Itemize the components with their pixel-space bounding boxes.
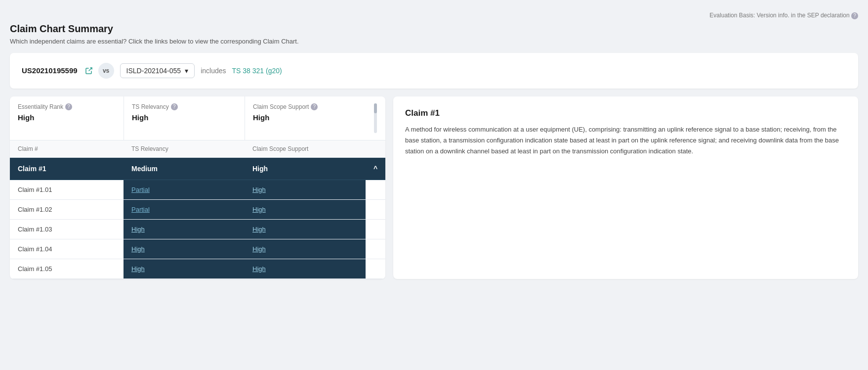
right-panel: Claim #1 A method for wireless communica… [393, 96, 858, 279]
scroll-thumb[interactable] [374, 103, 377, 113]
col1-header: Claim # [10, 140, 124, 157]
left-panel: Essentiality Rank ? High TS Relevancy ? … [10, 96, 385, 279]
ts-relevancy-link[interactable]: High [131, 265, 145, 273]
claim-scope-col: Claim Scope Support ? High [245, 96, 366, 140]
page-subtitle: Which independent claims are essential? … [10, 38, 858, 45]
ts-relevancy-link[interactable]: High [131, 245, 145, 253]
summary-header: Essentiality Rank ? High TS Relevancy ? … [10, 96, 385, 140]
ts-relevancy-value: High [132, 113, 237, 122]
claim-scope-value: High [253, 113, 358, 122]
sub-row-empty [366, 220, 385, 239]
standard-select[interactable]: ISLD-202104-055 ▾ [120, 63, 195, 78]
sub-row-claim-id: Claim #1.02 [10, 200, 124, 219]
sub-row-claim-id: Claim #1.05 [10, 259, 124, 278]
ts-relevancy-label: TS Relevancy ? [132, 103, 237, 110]
table-row[interactable]: Claim #1.03 High High [10, 220, 385, 239]
sub-row-claim-scope: High [245, 180, 366, 199]
scroll-track[interactable] [374, 103, 377, 133]
eval-basis-bar: Evaluation Basis: Version info. in the S… [10, 12, 858, 19]
page-container: Evaluation Basis: Version info. in the S… [0, 0, 868, 370]
includes-text: includes [201, 67, 226, 75]
claim-scope-link[interactable]: High [252, 206, 266, 213]
claim-detail-text: A method for wireless communication at a… [405, 124, 846, 157]
claim-detail-title: Claim #1 [405, 108, 846, 118]
ts-relevancy-link[interactable]: Partial [131, 186, 150, 193]
claim-group-scope: High [245, 158, 366, 180]
col3-header: Claim Scope Support [245, 140, 366, 157]
main-content: Essentiality Rank ? High TS Relevancy ? … [10, 96, 858, 279]
table-header: Claim # TS Relevancy Claim Scope Support [10, 140, 385, 158]
sub-row-claim-id: Claim #1.04 [10, 239, 124, 259]
col4-header [366, 140, 385, 157]
page-title: Claim Chart Summary [10, 23, 858, 35]
col2-header: TS Relevancy [124, 140, 245, 157]
table-row[interactable]: Claim #1.04 High High [10, 239, 385, 259]
claim-scope-info-icon[interactable]: ? [311, 103, 318, 110]
standard-id-text: ISLD-202104-055 [126, 67, 181, 75]
sub-row-claim-id: Claim #1.01 [10, 180, 124, 199]
essentiality-info-icon[interactable]: ? [65, 103, 72, 110]
sub-row-empty [366, 180, 385, 199]
ts-relevancy-info-icon[interactable]: ? [171, 103, 178, 110]
table-rows-container: Claim #1.01 Partial High Claim #1.02 Par… [10, 180, 385, 279]
claim-scope-link[interactable]: High [252, 265, 266, 273]
vs-badge: vs [98, 63, 114, 79]
sub-row-claim-scope: High [245, 239, 366, 259]
patent-id: US20210195599 [22, 66, 78, 75]
claim-scope-link[interactable]: High [252, 186, 266, 193]
claim-group-id: Claim #1 [10, 158, 124, 180]
sub-row-ts-relevancy: Partial [124, 200, 245, 219]
sub-row-ts-relevancy: High [124, 259, 245, 278]
sub-row-ts-relevancy: High [124, 220, 245, 239]
comparison-card: US20210195599 vs ISLD-202104-055 ▾ inclu… [10, 53, 858, 89]
sub-row-claim-id: Claim #1.03 [10, 220, 124, 239]
sub-row-claim-scope: High [245, 220, 366, 239]
claim-scope-label: Claim Scope Support ? [253, 103, 358, 110]
chevron-down-icon: ▾ [185, 67, 188, 75]
ts-relevancy-link[interactable]: High [131, 226, 145, 233]
ts-relevancy-col: TS Relevancy ? High [124, 96, 245, 140]
sub-row-empty [366, 200, 385, 219]
eval-basis-text: Evaluation Basis: Version info. in the S… [709, 12, 849, 19]
essentiality-rank-value: High [18, 113, 116, 122]
claim-group-ts-relevancy: Medium [124, 158, 245, 180]
essentiality-rank-label: Essentiality Rank ? [18, 103, 116, 110]
sub-row-ts-relevancy: Partial [124, 180, 245, 199]
essentiality-rank-col: Essentiality Rank ? High [10, 96, 124, 140]
ts-relevancy-link[interactable]: Partial [131, 206, 150, 213]
eval-basis-info-icon[interactable]: ? [851, 12, 858, 19]
ts-link[interactable]: TS 38 321 (g20) [232, 67, 282, 75]
claim-scope-link[interactable]: High [252, 226, 266, 233]
claim-group-chevron-icon[interactable]: ^ [366, 158, 385, 180]
external-link-icon[interactable] [85, 67, 92, 74]
scroll-col [366, 96, 385, 140]
claim-scope-link[interactable]: High [252, 245, 266, 253]
claim-group-row[interactable]: Claim #1 Medium High ^ [10, 158, 385, 180]
table-row[interactable]: Claim #1.02 Partial High [10, 200, 385, 220]
sub-row-empty [366, 239, 385, 259]
sub-row-claim-scope: High [245, 259, 366, 278]
table-row[interactable]: Claim #1.01 Partial High [10, 180, 385, 200]
sub-row-claim-scope: High [245, 200, 366, 219]
sub-row-ts-relevancy: High [124, 239, 245, 259]
table-row[interactable]: Claim #1.05 High High [10, 259, 385, 279]
sub-row-empty [366, 259, 385, 278]
